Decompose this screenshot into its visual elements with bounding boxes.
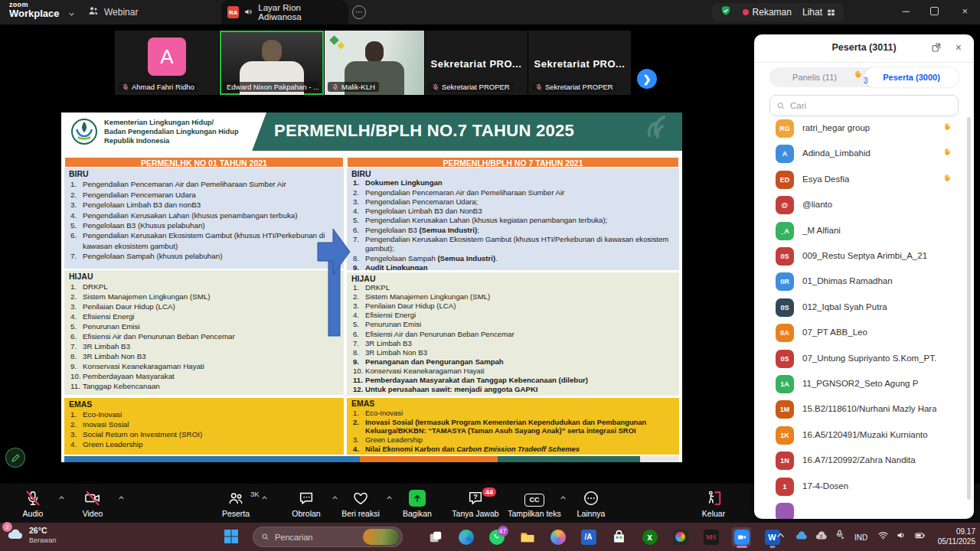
- slide-section-left-emas: EMAS1.Eco-Inovasi2.Inovasi Sosial3.Socia…: [64, 398, 344, 455]
- participant-row[interactable]: 0A07_PT ABB_Leo: [754, 321, 974, 346]
- raised-hand-icon: [942, 173, 952, 184]
- next-videos-button[interactable]: ❯: [637, 69, 657, 89]
- qa-icon: ?: [443, 488, 508, 507]
- annotation-pencil-button[interactable]: [5, 448, 25, 468]
- taskbar-clock[interactable]: 09.17 05/11/2025: [938, 527, 975, 546]
- raised-hands-indicator: 3: [852, 69, 868, 85]
- toolbar-peserta-button[interactable]: Peserta3K: [203, 488, 269, 518]
- chevron-up-icon[interactable]: [117, 491, 126, 505]
- participant-row[interactable]: 1A11_PGNSOR2_Seto Agung P: [754, 372, 974, 397]
- video-tile[interactable]: Malik-KLH: [325, 31, 424, 95]
- toolbar-bagikan-button[interactable]: Bagikan: [384, 488, 450, 518]
- participant-row[interactable]: [754, 500, 974, 519]
- left-column-header: PERMENLHK NO 01 TAHUN 2021: [64, 157, 344, 168]
- toolbar-button-label: Audio: [0, 509, 66, 518]
- participant-row[interactable]: @@lianto: [754, 193, 974, 218]
- voice-access-icon[interactable]: [835, 530, 846, 544]
- copilot-icon[interactable]: [548, 527, 567, 546]
- tab-panelis[interactable]: Panelis (11): [769, 67, 860, 87]
- participant-row[interactable]: 1K16.A5/120491/Muzaki Kurnianto: [754, 423, 974, 448]
- list-item: 4.Nilai Ekonomi Karbon dan Carbon Emissi…: [347, 445, 679, 454]
- ms-app-icon[interactable]: MS: [701, 527, 720, 546]
- participant-row[interactable]: 1M15.B2/118610/Nurhani Mazly Harahap: [754, 397, 974, 422]
- weather-widget[interactable]: 2 26°C Berawan: [6, 526, 57, 544]
- view-button[interactable]: Lihat: [802, 7, 836, 18]
- tab-shared-screen[interactable]: RA Layar Rion Adiwanosa: [221, 0, 348, 24]
- video-tile[interactable]: Sekretariat PRO...Sekretariat PROPER: [425, 31, 528, 95]
- start-button[interactable]: [224, 529, 239, 547]
- scrollbar[interactable]: [967, 117, 971, 500]
- maximize-button[interactable]: [930, 7, 939, 15]
- popout-icon[interactable]: [931, 42, 942, 56]
- footer-stripe-light: [640, 456, 679, 462]
- participant-count: 3K: [250, 490, 260, 498]
- video-tile[interactable]: AAhmad Fahri Ridho: [115, 31, 219, 95]
- list-item: 4.Efisiensi Energi: [64, 311, 344, 321]
- volume-icon[interactable]: [896, 530, 907, 544]
- participant-row[interactable]: 0S009_Restu Septya Arimbi_A_21: [754, 244, 974, 269]
- participant-row[interactable]: AAdinda_Limbahid: [754, 142, 974, 167]
- participant-row[interactable]: 0S07_Untung Supriyanto S.Kom_PT. TIV Won…: [754, 347, 974, 372]
- taskbar-search[interactable]: [253, 527, 403, 547]
- wifi-icon[interactable]: [877, 530, 889, 544]
- slash-a-app-icon[interactable]: /A: [579, 527, 598, 546]
- onedrive-icon[interactable]: [795, 530, 808, 544]
- mic-muted-icon: [332, 83, 339, 91]
- cloud-sync-icon[interactable]: 2: [815, 530, 828, 544]
- tray-chevron-up-icon[interactable]: [775, 530, 786, 544]
- close-panel-icon[interactable]: ×: [956, 41, 962, 54]
- whatsapp-icon[interactable]: 47: [487, 527, 506, 546]
- search-input[interactable]: [790, 101, 952, 110]
- list-item: 5.Pengelolaan B3 (Khusus pelabuhan): [64, 220, 344, 230]
- tab-peserta[interactable]: Peserta (3000): [864, 67, 959, 87]
- search-icon: [776, 101, 786, 111]
- photos-icon[interactable]: [671, 527, 690, 546]
- org-line-2: Badan Pengendalian Lingkungan Hidup: [104, 128, 239, 136]
- toolbar-video-button[interactable]: Video: [60, 488, 126, 518]
- list-item: 6.Efisiensi Air dan Penurunan Beban Penc…: [64, 331, 344, 341]
- list-item: 8.Pengelolaan Sampah (Semua Industri).: [347, 254, 679, 263]
- participant-row[interactable]: 0S012_Iqbal Syah Putra: [754, 295, 974, 321]
- section-title: EMAS: [347, 398, 679, 409]
- right-column-header: PERMENLH/BPLH NO 7 TAHUN 2021: [347, 157, 679, 168]
- participant-row[interactable]: _A_M Alfiani: [754, 219, 974, 244]
- language-indicator[interactable]: IND: [854, 530, 867, 543]
- folder-icon[interactable]: [518, 527, 537, 546]
- toolbar-tanya-jawab-button[interactable]: ?Tanya Jawab44: [443, 488, 508, 518]
- chevron-up-icon[interactable]: [260, 491, 269, 505]
- toolbar-audio-button[interactable]: Audio: [0, 488, 66, 518]
- task-view-icon[interactable]: [426, 527, 445, 546]
- microsoft-store-icon[interactable]: [609, 527, 629, 546]
- zoom-app-icon[interactable]: [732, 527, 751, 546]
- weather-alert-badge: 2: [2, 522, 12, 532]
- taskbar-search-input[interactable]: [275, 533, 358, 542]
- participant-row[interactable]: EDEsya Desfia: [754, 168, 974, 193]
- org-line-1: Kementerian Lingkungan Hidup/: [104, 119, 214, 127]
- tab-more-icon[interactable]: ⋯: [352, 5, 366, 19]
- toolbar-keluar-button[interactable]: Keluar: [681, 488, 746, 518]
- leave-meeting-icon: [681, 488, 746, 507]
- video-tile[interactable]: Sekretariat PRO...Sekretariat PROPER: [528, 31, 631, 95]
- participant-search[interactable]: [769, 95, 959, 116]
- participant-display-name: Sekretariat PRO...: [528, 58, 631, 70]
- participant-row[interactable]: 117-4-Dosen: [754, 474, 974, 500]
- toolbar-lainnya-button[interactable]: Lainnya: [558, 488, 624, 518]
- chevron-down-icon[interactable]: [67, 8, 76, 21]
- tab-webinar[interactable]: Webinar: [87, 5, 138, 19]
- list-item: 4.Pengendalian Kerusakan Lahan (khusus p…: [64, 210, 344, 220]
- participant-name: @lianto: [802, 200, 832, 209]
- edge-icon[interactable]: [456, 527, 475, 546]
- recording-indicator[interactable]: Rekaman: [743, 7, 792, 18]
- video-tile[interactable]: Edward Nixon Pakpahan - ...: [220, 31, 324, 95]
- participant-row[interactable]: 0R01_Dhimas Ramadhan: [754, 269, 974, 295]
- minimize-button[interactable]: ─: [903, 5, 910, 17]
- close-button[interactable]: ×: [962, 5, 968, 17]
- participant-row[interactable]: RGratri_hegar group: [754, 116, 974, 142]
- xbox-icon[interactable]: x: [640, 527, 659, 546]
- section-title: HIJAU: [64, 270, 344, 282]
- participant-avatar: 0S: [776, 350, 794, 368]
- participant-row[interactable]: 1N16.A7/120992/Zahra Nandita: [754, 448, 974, 474]
- security-shield-icon[interactable]: [720, 5, 732, 20]
- battery-icon[interactable]: [914, 530, 926, 544]
- search-highlight-image[interactable]: [363, 529, 399, 545]
